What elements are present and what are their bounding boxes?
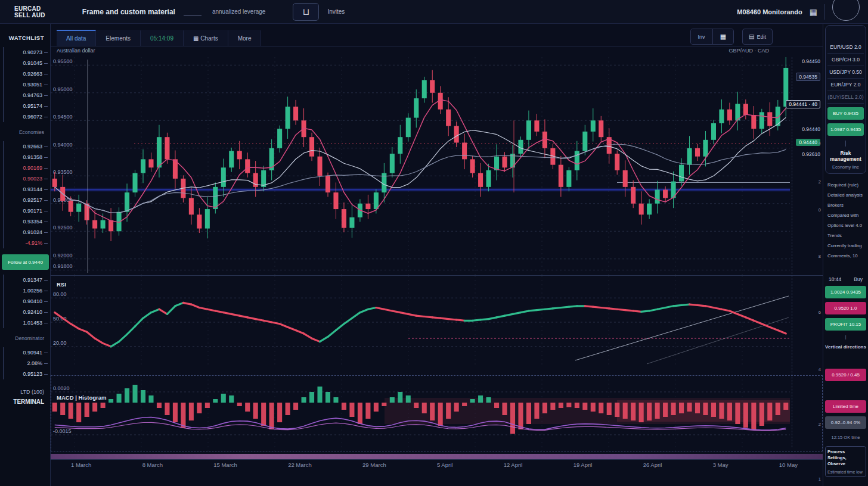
pairs-panel: EUR/USD 2.0GBP/CH 3.0USD/JPY 0.50EUR/JPY… — [825, 25, 866, 174]
sidebar-link[interactable]: Required (rule) — [825, 180, 866, 190]
order-time: 10:44 — [829, 276, 841, 282]
ticker-symbol[interactable]: EURCAD SELL AUD — [14, 5, 45, 18]
note-title: Process Settings, Observe — [827, 449, 864, 467]
time-axis-label: 5 April — [437, 462, 452, 470]
watchlist-value[interactable]: 0.90941 — [4, 347, 50, 358]
grid-icon: ▦ — [720, 33, 726, 40]
order-green-button[interactable]: 1.0024 0.9435 — [825, 286, 866, 298]
time-axis-label: 3 May — [713, 462, 728, 470]
level-pink-button[interactable]: 0.9520 / 0.45 — [825, 369, 866, 381]
main-candlestick-chart[interactable]: 0.955000.950000.945000.940000.935000.930… — [51, 57, 823, 275]
range-button[interactable]: 0.92–0.94 0% — [825, 416, 866, 429]
rsi-panel[interactable]: 80.0050.0020.00 — [51, 275, 823, 364]
chart-tab[interactable]: More — [228, 30, 262, 46]
order-side: Buy — [854, 276, 863, 282]
watchlist-value[interactable]: 0.93354 — [4, 216, 50, 227]
chart-canvas[interactable]: 0.955000.950000.945000.940000.935000.930… — [51, 57, 823, 470]
volume-strip — [51, 454, 823, 459]
quote-button[interactable]: 1.0987 0.9435 — [827, 123, 864, 136]
svg-text:0.94500: 0.94500 — [53, 114, 73, 120]
time-axis-label: 12 April — [504, 462, 523, 470]
follow-button[interactable]: Follow at 0.9440 — [2, 254, 49, 270]
economy-subheading: Economy line — [827, 164, 864, 170]
watchlist-value[interactable]: 0.90169 — [4, 163, 50, 173]
pair-row[interactable]: GBP/CH 3.0 — [827, 54, 864, 66]
sidebar-link[interactable]: Comments, 10 — [825, 251, 866, 261]
profit-button[interactable]: PROFIT 10.15 — [825, 318, 866, 331]
svg-text:0.95500: 0.95500 — [53, 58, 73, 64]
watchlist-value[interactable]: 0.96072 — [4, 111, 50, 122]
watchlist-value[interactable]: 0.92410 — [4, 307, 50, 317]
watchlist-value[interactable]: 0.91347 — [4, 275, 50, 285]
watchlist-value[interactable]: 0.90023 — [4, 173, 50, 184]
quick-input[interactable] — [184, 8, 202, 15]
section-label-denominator: Denominator — [0, 335, 50, 341]
watchlist-group-3: 0.913471.002560.904100.924101.01453 — [3, 275, 50, 328]
watchlist-group-4: 0.909412.08%0.95123 — [3, 347, 50, 379]
trading-app: EURCAD SELL AUD Frame and custom materia… — [0, 0, 868, 486]
chart-tab[interactable]: Charts — [184, 30, 228, 46]
terminal-label[interactable]: TERMINAL — [0, 398, 50, 405]
watchlist-value[interactable]: 0.95123 — [4, 369, 50, 379]
watchlist-value[interactable]: 0.92663 — [4, 68, 50, 79]
watchlist-title: WATCHLIST — [0, 35, 50, 41]
watchlist-value[interactable]: 0.90410 — [4, 296, 50, 307]
watchlist-value[interactable]: 0.92663 — [4, 141, 50, 152]
pair-row[interactable]: EUR/JPY 2.0 — [827, 79, 864, 91]
sidebar-link[interactable]: Detailed analysis — [825, 190, 866, 200]
avatar[interactable] — [832, 0, 860, 21]
watchlist-value[interactable]: 0.93051 — [4, 79, 50, 90]
buy-button[interactable]: BUY 0.9435 — [827, 107, 864, 120]
sidebar-link[interactable]: Options level 4.0 — [825, 220, 866, 230]
grid-icon[interactable]: ▦ — [810, 7, 817, 17]
limited-time-button[interactable]: Limited time — [825, 400, 866, 413]
watchlist-value[interactable]: 0.93144 — [4, 184, 50, 195]
sidebar-link[interactable]: Brokers — [825, 200, 866, 210]
watchlist-value[interactable]: 0.90171 — [4, 205, 50, 216]
chart-tab[interactable]: Elements — [96, 30, 141, 46]
watchlist-value[interactable]: 0.90273 — [4, 47, 50, 58]
pair-row[interactable]: USD/JPY 0.50 — [827, 66, 864, 79]
time-axis: 1 March8 March15 March22 March29 March5 … — [51, 459, 823, 470]
watchlist-value[interactable]: -4.91% — [4, 238, 50, 248]
menu-frame-material[interactable]: Frame and custom material — [82, 8, 175, 16]
layout-grid-icon-button[interactable]: ▦ — [712, 29, 733, 44]
svg-text:0.93500: 0.93500 — [53, 169, 73, 175]
time-axis-label: 8 March — [142, 462, 163, 470]
sidebar-link[interactable]: Currently trading — [825, 241, 866, 251]
watchlist-value[interactable]: 0.92517 — [4, 195, 50, 205]
process-note[interactable]: Process Settings, Observe Estimated time… — [825, 446, 866, 477]
watchlist-value[interactable]: 0.91045 — [4, 58, 50, 68]
divider — [824, 4, 825, 20]
chart-tabs: All dataElements05:14:09ChartsMore — [57, 30, 261, 46]
menu-leverage[interactable]: annualized leverage — [212, 8, 266, 15]
watchlist-value[interactable]: 1.01453 — [4, 317, 50, 328]
edit-button[interactable]: ▤Edit — [742, 29, 773, 45]
invites-label[interactable]: Invites — [327, 8, 345, 15]
toolbar-button-group: Inv ▦ — [690, 29, 734, 45]
svg-text:-0.0015: -0.0015 — [53, 428, 72, 434]
sidebar-link[interactable]: Compared with — [825, 210, 866, 220]
watchlist-value[interactable]: 1.00256 — [4, 285, 50, 296]
ticker-line2: SELL AUD — [14, 12, 45, 18]
time-axis-label: 26 April — [643, 462, 662, 470]
watchlist-value[interactable]: 2.08% — [4, 358, 50, 369]
watchlist-value[interactable]: 0.94763 — [4, 90, 50, 101]
watchlist-value[interactable]: 0.91358 — [4, 152, 50, 163]
watchlist-value[interactable]: 0.91024 — [4, 227, 50, 238]
svg-text:20.00: 20.00 — [53, 340, 67, 346]
time-axis-label: 22 March — [288, 462, 312, 470]
watchlist-value[interactable]: 0.95174 — [4, 101, 50, 111]
workspace-button[interactable]: ⊔ — [293, 3, 319, 21]
edit-button-label: Edit — [757, 34, 766, 40]
macd-panel[interactable]: 0.0020-0.0015 — [51, 375, 823, 451]
order-pink-button[interactable]: 0.9520 1.0 — [825, 302, 866, 314]
sidebar-link[interactable]: Trends — [825, 230, 866, 241]
account-label[interactable]: M08460 Monitorando — [737, 8, 802, 15]
watchlist-sidebar: WATCHLIST 0.902730.910450.926630.930510.… — [0, 24, 51, 486]
chart-tab[interactable]: 05:14:09 — [141, 30, 184, 46]
inv-button[interactable]: Inv — [691, 29, 712, 44]
pair-row[interactable]: EUR/USD 2.0 — [827, 41, 864, 54]
svg-text:80.00: 80.00 — [53, 291, 67, 297]
chart-tab[interactable]: All data — [57, 30, 96, 46]
